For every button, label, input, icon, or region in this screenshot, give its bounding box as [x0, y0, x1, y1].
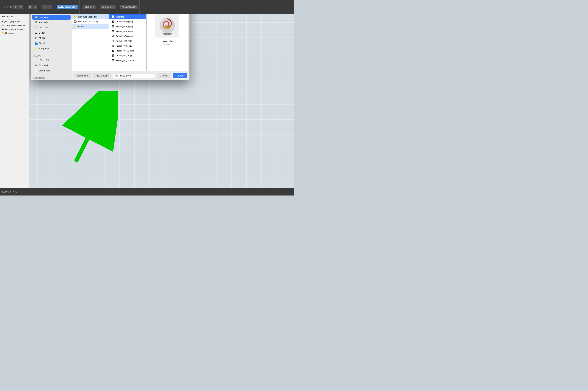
musik-label: Musik — [39, 37, 45, 39]
sidebar-item-namedviews[interactable]: 📷 Benannte Ansichten — [0, 27, 29, 31]
auswählen-section: AUSWÄHLEN ▾ — [119, 0, 140, 14]
icloud-label: iCloud Dri... — [39, 59, 51, 62]
grid-view-btn[interactable]: ⊞ — [28, 5, 32, 9]
png6-icon: 🖼 — [111, 44, 115, 47]
downloads-label: Downloads — [39, 16, 50, 18]
zip-name: coin-puzz...el_files.zip — [78, 20, 107, 23]
aufmein-icon: 🖥 — [34, 21, 37, 24]
file-item-tinker[interactable]: 📄 tinker.obj — [109, 14, 146, 19]
list-view-btn[interactable]: ≡ — [33, 5, 37, 9]
namedviews-icon: 📷 — [2, 28, 4, 30]
file-item-jpg2[interactable]: 🖼 Fireball_07_03.jpg — [109, 53, 146, 58]
browser-header: BROWSER — [0, 14, 29, 19]
tinker-icon: 📄 — [111, 15, 115, 18]
cancel-btn[interactable]: Cancel — [157, 73, 171, 78]
sidebar-item-dokumente[interactable]: 📄 Dokumente — [32, 68, 71, 73]
png4-name: Fireball_07 (4).png — [116, 35, 144, 37]
aufmein-label: Auf mein... — [39, 21, 50, 24]
file-item-png4[interactable]: 🖼 Fireball_07 (4).png — [109, 34, 146, 39]
redo-btn[interactable]: ↪ — [47, 5, 52, 9]
format-chevron-icon: ⌃⌄ — [149, 74, 153, 77]
geteilt-icon: 👥 — [34, 42, 37, 45]
dialog-bottom-bar: New Folder Hide Options OBJ-Datei (*.obj… — [72, 71, 189, 80]
bilder-label: Bilder — [39, 31, 45, 34]
wolfgang-icon: 🏠 — [34, 26, 37, 29]
einfügen-btn[interactable]: EINFÜGEN ▾ — [100, 5, 116, 9]
file-column-2: 📄 obj.mtl 📄 tinker.obj 🖼 Fireball_07 (1)… — [109, 9, 146, 71]
jpg2-name: Fireball_07_03.jpg — [116, 54, 144, 57]
coin-folder-icon: 📁 — [74, 15, 77, 18]
sidebar-item-schreibtisch[interactable]: 🖥 Schreibti... — [32, 63, 71, 68]
png1-name: Fireball_07 (1).png — [116, 20, 144, 23]
file-item-jpg1[interactable]: 🖼 Fireball_07_03 2.jpg — [109, 48, 146, 53]
file-item-png2[interactable]: 🖼 Fireball_07 (2).png — [109, 24, 146, 29]
png6-name: Fireball_07 3.PNG — [116, 45, 144, 47]
wolfgang-label: wolfgang... — [39, 26, 50, 29]
einfügen-section: EINFÜGEN ▾ — [99, 0, 117, 14]
history-section: ↩ ↪ — [40, 0, 54, 14]
comments-label: KOMMENTARE — [2, 191, 17, 193]
sidebar-item-loc-wolfgang[interactable]: 💾 Wolfgang... — [32, 80, 71, 80]
hide-options-btn[interactable]: Hide Options — [93, 73, 111, 78]
sidebar-item-origin[interactable]: 📁 Ursprung — [0, 31, 29, 35]
png7-name: Fireball_07_03.PNG — [116, 59, 144, 62]
docsettings-label: Dokumenteinstellungen — [4, 24, 26, 26]
prüfen-section: PRÜFEN ▾ — [81, 0, 97, 14]
close-btn[interactable]: ✕ — [18, 5, 23, 9]
preview-panel: tinker.obj 4,8 MB — [146, 9, 188, 71]
new-folder-btn[interactable]: New Folder — [75, 73, 91, 78]
format-label: OBJ-Datei (*.obj) — [115, 74, 132, 77]
png2-icon: 🖼 — [111, 25, 115, 28]
downloads-icon: ⬇️ — [34, 16, 37, 19]
file-item-zip[interactable]: 🗜 coin-puzz...el_files.zip — [72, 19, 109, 24]
sidebar-item-unsaved[interactable]: ▶ (Nicht gespeichert) — [0, 19, 29, 23]
sidebar-item-musik[interactable]: 🎵 Musik — [32, 36, 71, 40]
file-item-png1[interactable]: 🖼 Fireball_07 (1).png — [109, 19, 146, 24]
png4-icon: 🖼 — [111, 35, 115, 38]
sidebar-item-geteilt[interactable]: 👥 Geteilt — [32, 41, 71, 46]
finder-sidebar: Favorites ⬇️ Downloads 🖥 Auf mein... 🏠 w… — [31, 9, 72, 80]
file-item-png6[interactable]: 🖼 Fireball_07 3.PNG — [109, 43, 146, 48]
column-view: 📄 Cancellati...mation.pdf 📁 coin-puzz...… — [72, 9, 189, 71]
bottom-bar: KOMMENTARE — [0, 188, 294, 196]
konstruktion-btn[interactable]: KONSTRUKTION ▾ — [57, 5, 78, 9]
fireball-folder-icon: 📁 — [74, 25, 77, 28]
jpg2-icon: 🖼 — [111, 54, 115, 57]
programm-label: Programm... — [39, 47, 51, 50]
sidebar-item-docsettings[interactable]: ⚙ Dokumenteinstellungen — [0, 23, 29, 27]
auswählen-btn[interactable]: AUSWÄHLEN ▾ — [120, 5, 138, 9]
refresh-btn[interactable]: ↺ — [13, 5, 18, 9]
view-mode-section: ⊞ ≡ — [26, 0, 39, 14]
coin-chevron-icon: › — [107, 16, 107, 18]
file-item-png7[interactable]: 🖼 Fireball_07_03.PNG — [109, 58, 146, 63]
schreibtisch-label: Schreibti... — [39, 64, 50, 67]
file-item-coin-folder[interactable]: 📁 coin-puzz...odel_files › — [72, 14, 109, 19]
format-select[interactable]: OBJ-Datei (*.obj) ⌃⌄ — [113, 73, 155, 78]
geteilt-label: Geteilt — [39, 42, 46, 45]
file-item-fireball-folder[interactable]: 📁 Fireball › — [72, 24, 109, 29]
png3-icon: 🖼 — [111, 30, 115, 33]
sidebar-item-downloads[interactable]: ⬇️ Downloads — [32, 15, 71, 20]
sidebar-item-programm[interactable]: 📁 Programm... — [32, 46, 71, 51]
namedviews-label: Benannte Ansichten — [5, 28, 23, 30]
locations-header: Locations — [31, 75, 72, 80]
top-toolbar: 9 von 10 ↺ ✕ ⊞ ≡ ↩ ↪ KONSTRUKTION ▾ PRÜF… — [0, 0, 294, 14]
svg-point-4 — [160, 18, 175, 33]
file-item-png3[interactable]: 🖼 Fireball_07 (3).png — [109, 29, 146, 34]
undo-btn[interactable]: ↩ — [42, 5, 47, 9]
jpg1-icon: 🖼 — [111, 49, 115, 52]
sidebar-item-wolfgang[interactable]: 🏠 wolfgang... — [32, 25, 71, 30]
open-btn[interactable]: Open — [173, 73, 187, 78]
png2-name: Fireball_07 (2).png — [116, 25, 144, 28]
fireball-chevron-icon: › — [107, 25, 107, 28]
prüfen-btn[interactable]: PRÜFEN ▾ — [83, 5, 96, 9]
origin-icon: 📁 — [2, 32, 4, 34]
sidebar-item-bilder[interactable]: 🖼 Bilder — [32, 30, 71, 35]
png5-icon: 🖼 — [111, 40, 115, 43]
sidebar-item-icloud[interactable]: ☁️ iCloud Dri... — [32, 58, 71, 63]
file-item-png5[interactable]: 🖼 Fireball_07 2.PNG — [109, 39, 146, 43]
sidebar-item-aufmein[interactable]: 🖥 Auf mein... — [32, 20, 71, 25]
toolbar-nav-section: 9 von 10 ↺ ✕ — [2, 0, 25, 14]
png5-name: Fireball_07 2.PNG — [116, 40, 144, 42]
jpg1-name: Fireball_07_03 2.jpg — [116, 50, 144, 52]
